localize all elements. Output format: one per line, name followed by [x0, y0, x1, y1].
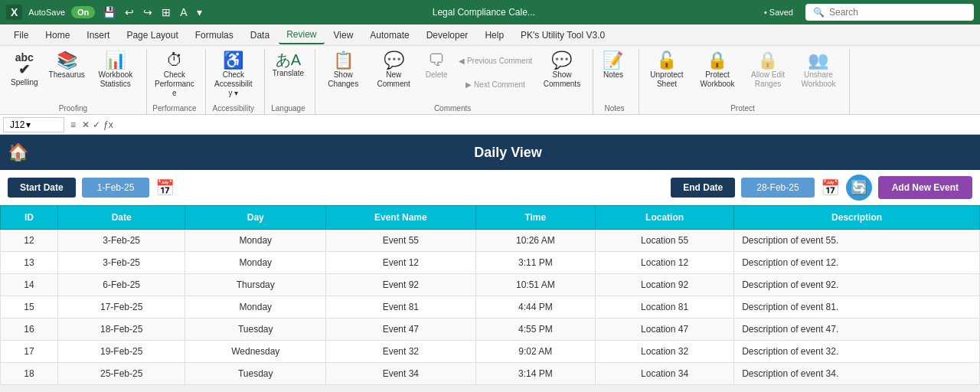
col-event-name: Event Name	[326, 206, 476, 230]
menu-review[interactable]: Review	[279, 26, 324, 44]
new-comment-button[interactable]: 💬 New Comment	[369, 49, 418, 101]
cell-ref-dropdown[interactable]: ▾	[26, 119, 31, 130]
menu-data[interactable]: Data	[243, 27, 277, 44]
grid-icon[interactable]: ⊞	[160, 5, 172, 20]
menu-view[interactable]: View	[326, 27, 361, 44]
menu-page-layout[interactable]: Page Layout	[119, 27, 185, 44]
delete-comment-icon: 🗨	[428, 52, 445, 69]
daily-view-title: Daily View	[36, 145, 980, 161]
cell-id: 16	[1, 318, 58, 341]
unprotect-sheet-button[interactable]: 🔓 Unprotect Sheet	[642, 49, 691, 101]
show-comments-button[interactable]: 💬 Show Comments	[537, 49, 586, 101]
start-date-value[interactable]: 1-Feb-25	[82, 178, 150, 198]
menu-home[interactable]: Home	[38, 27, 77, 44]
proofing-group-label: Proofing	[6, 104, 140, 114]
redo-icon[interactable]: ↪	[142, 5, 154, 20]
autosave-toggle[interactable]: On	[71, 6, 95, 18]
cell-description: Description of event 55.	[734, 230, 980, 252]
cell-description: Description of event 47.	[734, 318, 980, 341]
notes-group-label: Notes	[596, 104, 632, 114]
cell-event: Event 12	[326, 252, 476, 274]
table-row[interactable]: 1517-Feb-25MondayEvent 814:44 PMLocation…	[1, 296, 980, 318]
show-changes-label: Show Changes	[323, 70, 363, 89]
daily-view-header: 🏠 Daily View	[0, 135, 980, 170]
end-date-calendar-icon[interactable]: 📅	[821, 178, 840, 197]
allow-edit-ranges-label: Allow Edit Ranges	[748, 70, 788, 89]
cell-id: 12	[1, 230, 58, 252]
cell-id: 13	[1, 252, 58, 274]
thesaurus-label: Thesaurus	[49, 70, 85, 80]
menu-pks-utility[interactable]: PK's Utility Tool V3.0	[513, 27, 612, 44]
allow-edit-ranges-button[interactable]: 🔒 Allow Edit Ranges	[743, 49, 792, 101]
show-changes-button[interactable]: 📋 Show Changes	[318, 49, 368, 101]
add-event-button[interactable]: Add New Event	[878, 176, 972, 199]
menu-bar: File Home Insert Page Layout Formulas Da…	[0, 24, 980, 46]
function-wizard-icon[interactable]: ≡	[67, 119, 79, 130]
undo-icon[interactable]: ↩	[123, 5, 136, 20]
protect-workbook-label: Protect Workbook	[697, 70, 737, 89]
protect-group-label: Protect	[642, 104, 843, 114]
check-accessibility-icon: ♿	[223, 52, 243, 69]
confirm-formula-icon[interactable]: ✓	[93, 119, 100, 130]
cell-reference[interactable]: J12 ▾	[3, 117, 64, 132]
insert-function-icon[interactable]: ƒx	[103, 119, 113, 130]
formula-bar: J12 ▾ ≡ ✕ ✓ ƒx	[0, 115, 980, 135]
ribbon-group-changes: 📋 Show Changes 💬 New Comment 🗨 Delete ◀ …	[315, 49, 593, 114]
cell-day: Monday	[185, 230, 326, 252]
menu-automate[interactable]: Automate	[362, 27, 416, 44]
cell-id: 14	[1, 274, 58, 296]
unshare-workbook-button[interactable]: 👥 Unshare Workbook	[794, 49, 843, 101]
cell-location: Location 81	[596, 296, 734, 318]
thesaurus-icon: 📚	[57, 52, 77, 69]
protect-workbook-button[interactable]: 🔒 Protect Workbook	[693, 49, 742, 101]
end-date-label: End Date	[671, 178, 735, 198]
cancel-formula-icon[interactable]: ✕	[82, 119, 90, 130]
cell-description: Description of event 92.	[734, 274, 980, 296]
cell-date: 17-Feb-25	[57, 296, 185, 318]
search-box[interactable]: 🔍	[805, 4, 974, 21]
cell-date: 25-Feb-25	[57, 363, 185, 385]
next-comment-button[interactable]: ▶ Next Comment	[455, 73, 536, 96]
delete-comment-button[interactable]: 🗨 Delete	[420, 49, 453, 101]
ribbon-group-proofing: abc✔ Spelling 📚 Thesaurus 📊 Workbook Sta…	[3, 49, 147, 114]
thesaurus-button[interactable]: 📚 Thesaurus	[44, 49, 90, 101]
app-logo: X	[6, 5, 22, 20]
start-date-calendar-icon[interactable]: 📅	[155, 178, 175, 197]
ribbon-group-protect: 🔓 Unprotect Sheet 🔒 Protect Workbook 🔒 A…	[639, 49, 850, 114]
end-date-value[interactable]: 28-Feb-25	[741, 178, 814, 198]
table-row[interactable]: 133-Feb-25MondayEvent 123:11 PMLocation …	[1, 252, 980, 274]
save-icon[interactable]: 💾	[101, 5, 117, 20]
table-row[interactable]: 1719-Feb-25WednesdayEvent 329:02 AMLocat…	[1, 341, 980, 363]
check-accessibility-button[interactable]: ♿ Check Accessibility ▾	[209, 49, 258, 101]
cell-time: 3:11 PM	[475, 252, 595, 274]
customize-icon[interactable]: ▾	[195, 5, 204, 20]
table-row[interactable]: 1825-Feb-25TuesdayEvent 343:14 PMLocatio…	[1, 363, 980, 385]
menu-formulas[interactable]: Formulas	[188, 27, 241, 44]
menu-file[interactable]: File	[6, 27, 36, 44]
show-comments-label: Show Comments	[542, 70, 582, 89]
table-row[interactable]: 146-Feb-25ThursdayEvent 9210:51 AMLocati…	[1, 274, 980, 296]
spelling-button[interactable]: abc✔ Spelling	[6, 49, 43, 101]
formula-input[interactable]	[116, 118, 977, 132]
cell-event: Event 92	[326, 274, 476, 296]
cell-time: 4:55 PM	[475, 318, 595, 341]
menu-insert[interactable]: Insert	[79, 27, 117, 44]
cell-description: Description of event 12.	[734, 252, 980, 274]
previous-comment-icon: ◀ Previous Comment	[459, 57, 532, 65]
translate-button[interactable]: あA Translate	[268, 49, 309, 101]
previous-comment-button[interactable]: ◀ Previous Comment	[455, 49, 536, 72]
font-color-icon[interactable]: A	[178, 5, 188, 20]
translate-label: Translate	[273, 69, 304, 78]
notes-button[interactable]: 📝 Notes	[596, 49, 630, 101]
refresh-button[interactable]: 🔄	[846, 175, 872, 201]
new-comment-label: New Comment	[374, 70, 413, 89]
title-bar: X AutoSave On 💾 ↩ ↪ ⊞ A ▾ Legal Complian…	[0, 0, 980, 24]
menu-help[interactable]: Help	[477, 27, 511, 44]
table-row[interactable]: 1618-Feb-25TuesdayEvent 474:55 PMLocatio…	[1, 318, 980, 341]
search-input[interactable]	[829, 7, 966, 18]
workbook-statistics-button[interactable]: 📊 Workbook Statistics	[91, 49, 140, 101]
check-performance-button[interactable]: ⏱ Check Performance	[150, 49, 199, 101]
ribbon-group-performance: ⏱ Check Performance Performance	[147, 49, 206, 114]
table-row[interactable]: 123-Feb-25MondayEvent 5510:26 AMLocation…	[1, 230, 980, 252]
menu-developer[interactable]: Developer	[419, 27, 476, 44]
